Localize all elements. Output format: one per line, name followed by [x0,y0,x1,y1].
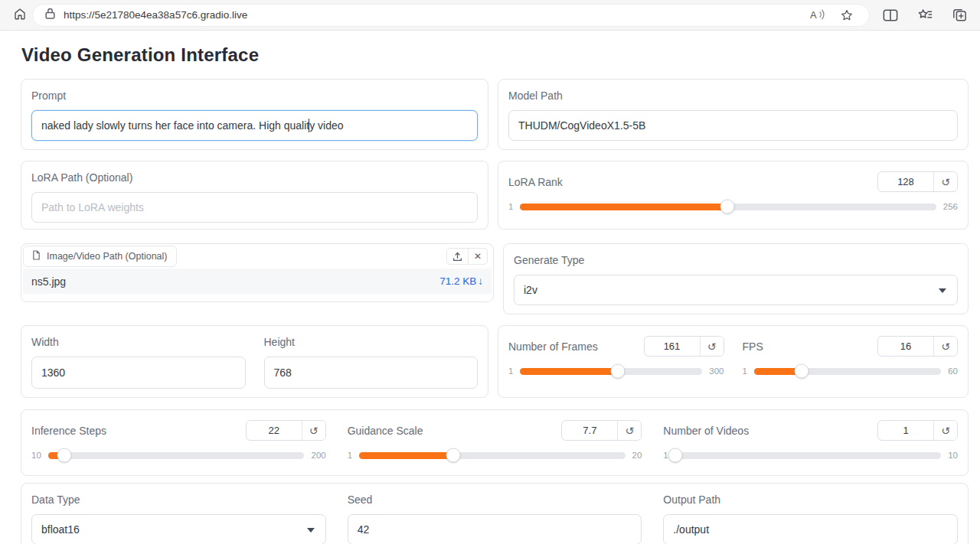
lora-rank-value-input[interactable] [878,172,933,191]
fps-track[interactable] [754,368,941,375]
num-videos-thumb[interactable] [668,448,682,463]
guidance-scale-min: 1 [348,451,352,460]
height-input[interactable] [264,357,479,389]
width-field: Width [31,336,246,389]
output-path-field: Output Path [663,494,958,544]
guidance-scale-max: 20 [632,451,642,460]
data-type-dropdown[interactable]: bfloat16 [31,514,326,544]
fps-label: FPS [743,340,763,353]
clear-file-button[interactable]: ✕ [468,249,487,264]
address-bar[interactable]: https://5e21780e4ea38a57c6.gradio.live A [32,4,870,27]
lora-rank-fill [520,204,727,210]
row-dimensions-frames: Width Height Number of Frames ↺ [21,325,969,398]
seed-field: Seed [348,494,642,544]
guidance-scale-track[interactable] [359,452,625,459]
tab-groups-button[interactable] [952,8,967,22]
file-field-label: Image/Video Path (Optional) [47,251,168,262]
browser-toolbar-right [883,8,967,22]
uploaded-file-row[interactable]: ns5.jpg 71.2 KB↓ [23,269,492,294]
num-frames-reset-button[interactable]: ↺ [700,337,724,356]
guidance-scale-slider: Guidance Scale ↺ 1 20 [348,420,642,460]
generate-type-dropdown[interactable]: i2v [514,275,958,305]
sampling-panel: Inference Steps ↺ 10 200 [21,409,969,476]
favorite-star-button[interactable] [837,8,857,22]
text-caret [309,119,309,132]
fps-number: ↺ [877,336,958,357]
lora-rank-reset-button[interactable]: ↺ [933,172,957,191]
output-panel: Data Type bfloat16 Seed Output Path [21,483,969,544]
lora-rank-label: LoRA Rank [508,176,563,188]
output-path-input[interactable] [663,514,958,544]
num-videos-slider: Number of Videos ↺ 1 10 [663,420,958,460]
num-videos-max: 10 [948,451,958,460]
split-screen-button[interactable] [883,8,898,22]
num-videos-reset-button[interactable]: ↺ [933,421,957,440]
fps-thumb[interactable] [794,364,808,379]
num-videos-track[interactable] [675,452,941,459]
inference-steps-reset-button[interactable]: ↺ [302,421,325,440]
inference-steps-track[interactable] [48,452,305,459]
inference-steps-max: 200 [311,451,325,460]
inference-steps-number: ↺ [246,420,326,441]
lora-path-field: LoRA Path (Optional) [21,161,488,230]
lock-icon[interactable] [45,8,55,22]
fps-min: 1 [743,366,747,376]
chevron-down-icon [939,288,946,293]
inference-steps-value-input[interactable] [247,421,302,440]
fps-max: 60 [948,366,958,376]
lora-rank-track[interactable] [520,204,936,210]
num-frames-track[interactable] [520,368,702,375]
row-output: Data Type bfloat16 Seed Output Path [21,483,969,544]
inference-steps-label: Inference Steps [31,425,106,437]
url-text[interactable]: https://5e21780e4ea38a57c6.gradio.live [64,9,800,21]
num-frames-value-input[interactable] [645,337,700,356]
num-frames-number: ↺ [644,336,724,357]
generate-type-label: Generate Type [514,254,958,266]
guidance-scale-thumb[interactable] [446,448,460,463]
file-name: ns5.jpg [31,275,66,288]
fps-value-input[interactable] [878,337,933,356]
browser-bar: https://5e21780e4ea38a57c6.gradio.live A [0,0,980,31]
collections-button[interactable] [917,8,933,22]
upload-button[interactable] [447,249,468,264]
num-frames-label: Number of Frames [508,340,598,353]
seed-input[interactable] [348,514,642,544]
model-path-input[interactable] [508,110,958,141]
num-frames-slider: Number of Frames ↺ 1 300 [508,336,724,376]
model-path-label: Model Path [508,90,958,102]
inference-steps-slider: Inference Steps ↺ 10 200 [31,420,326,460]
home-icon [13,7,27,24]
split-screen-icon [883,8,898,22]
data-type-value: bfloat16 [31,514,326,544]
num-frames-fill [520,368,617,375]
num-frames-thumb[interactable] [610,364,625,379]
num-videos-value-input[interactable] [878,421,933,440]
dimensions-panel: Width Height [21,325,488,398]
read-aloud-icon: A [810,8,827,21]
read-aloud-button[interactable]: A [808,8,828,21]
width-input[interactable] [31,357,246,389]
data-type-label: Data Type [31,494,326,506]
height-field: Height [264,336,479,389]
num-frames-min: 1 [508,366,513,376]
lora-rank-thumb[interactable] [720,200,735,214]
generate-type-value: i2v [514,275,958,305]
tab-groups-icon [952,8,967,22]
guidance-scale-reset-button[interactable]: ↺ [617,421,641,440]
home-button[interactable] [8,7,32,24]
guidance-scale-number: ↺ [561,420,642,441]
chevron-down-icon [307,528,315,533]
file-download-link[interactable]: 71.2 KB↓ [439,275,483,287]
guidance-scale-value-input[interactable] [562,421,617,440]
num-videos-number: ↺ [877,420,958,441]
svg-text:A: A [810,9,817,21]
inference-steps-thumb[interactable] [57,448,71,463]
fps-reset-button[interactable]: ↺ [933,337,957,356]
width-label: Width [31,336,246,348]
page-title: Video Generation Interface [21,44,980,66]
output-path-label: Output Path [663,494,958,506]
row-sampling: Inference Steps ↺ 10 200 [21,409,969,476]
lora-path-input[interactable] [31,192,478,223]
fps-slider: FPS ↺ 1 60 [743,336,959,376]
prompt-input[interactable] [31,110,478,141]
